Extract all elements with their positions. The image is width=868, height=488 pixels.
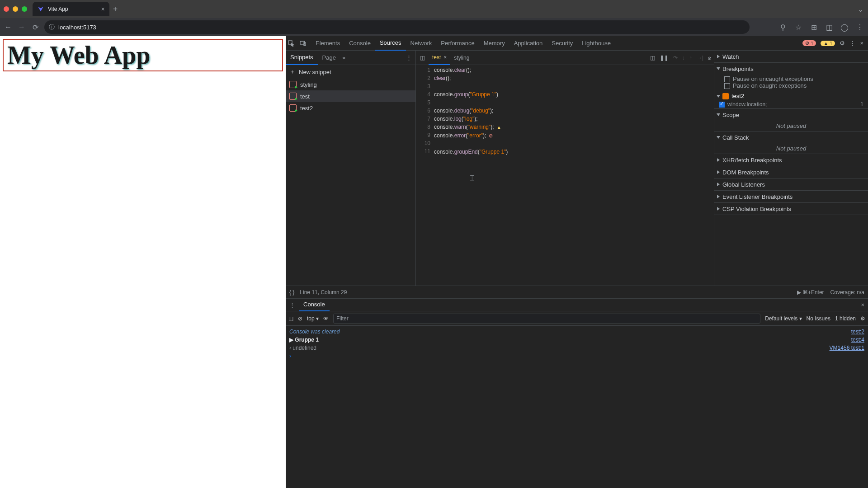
code-line[interactable]: console.group("Gruppe 1") [434, 90, 508, 99]
bookmark-icon[interactable]: ☆ [794, 23, 803, 32]
devtools-tab-console[interactable]: Console [344, 36, 375, 51]
code-line[interactable] [434, 99, 508, 107]
close-drawer-icon[interactable]: × [857, 301, 868, 308]
new-tab-button[interactable]: + [113, 5, 118, 14]
zoom-icon[interactable]: ⚲ [778, 23, 788, 32]
close-window-icon[interactable] [4, 6, 9, 12]
issues-label[interactable]: No Issues [807, 315, 830, 322]
pause-button[interactable]: ❚❚ [660, 55, 669, 61]
snippet-item[interactable]: test2 [286, 102, 415, 114]
error-count-badge[interactable]: ⊘ 1 [802, 40, 816, 46]
minimize-window-icon[interactable] [13, 6, 18, 12]
devtools-tab-security[interactable]: Security [547, 36, 577, 51]
new-snippet-button[interactable]: ＋ New snippet [286, 65, 415, 79]
code-line[interactable] [434, 140, 508, 148]
navigator-tab-page[interactable]: Page [318, 51, 340, 65]
csp-breakpoints-section[interactable]: CSP Violation Breakpoints [714, 203, 868, 215]
navigator-tab-snippets[interactable]: Snippets [286, 51, 318, 65]
step-out-icon[interactable]: ↑ [689, 55, 692, 61]
step-over-icon[interactable]: ↷ [673, 55, 678, 61]
editor-tab-styling[interactable]: styling [450, 51, 473, 65]
devtools-tab-elements[interactable]: Elements [311, 36, 344, 51]
editor-tab-test[interactable]: test × [429, 51, 450, 65]
devtools-tab-performance[interactable]: Performance [436, 36, 479, 51]
context-selector[interactable]: top ▾ [307, 315, 319, 322]
forward-button[interactable]: → [17, 23, 26, 32]
cursor-position: Line 11, Column 29 [300, 289, 347, 296]
live-expression-icon[interactable]: 👁 [323, 315, 329, 322]
source-link[interactable]: test:4 [851, 337, 864, 343]
drawer-tab-console[interactable]: Console [299, 299, 330, 311]
dom-breakpoints-section[interactable]: DOM Breakpoints [714, 166, 868, 178]
step-icon[interactable]: →| [697, 55, 703, 61]
devtools-tab-application[interactable]: Application [509, 36, 547, 51]
devtools-tab-memory[interactable]: Memory [479, 36, 509, 51]
warning-count-badge[interactable]: ▲ 1 [821, 41, 835, 46]
callstack-section[interactable]: Call Stack [714, 131, 868, 143]
watch-section[interactable]: Watch [714, 51, 868, 62]
log-levels-selector[interactable]: Default levels ▾ [765, 315, 802, 322]
code-area[interactable]: 1234567891011 console.clear();clear(); c… [416, 65, 714, 286]
back-button[interactable]: ← [4, 23, 13, 32]
devtools-tab-network[interactable]: Network [406, 36, 437, 51]
maximize-window-icon[interactable] [22, 6, 27, 12]
toggle-debug-pane-icon[interactable]: ◫ [650, 55, 655, 61]
source-link[interactable]: test:2 [851, 328, 864, 335]
side-panel-icon[interactable]: ◫ [825, 23, 834, 32]
pretty-print-icon[interactable]: { } [289, 289, 294, 296]
navigator-menu-icon[interactable]: ⋮ [402, 54, 415, 61]
tabbar-chevron-icon[interactable]: ⌄ [858, 5, 863, 14]
pause-caught-checkbox[interactable]: Pause on caught exceptions [724, 82, 868, 89]
breakpoint-file[interactable]: test2 [714, 92, 868, 100]
code-line[interactable]: console.log("log"); [434, 115, 508, 123]
code-line[interactable]: console.debug("debug"); [434, 107, 508, 115]
site-info-icon[interactable]: ⓘ [49, 23, 55, 31]
browser-menu-icon[interactable]: ⋮ [855, 23, 864, 32]
code-line[interactable]: console.warn("warning"); [434, 123, 508, 131]
event-listener-breakpoints-section[interactable]: Event Listener Breakpoints [714, 191, 868, 202]
drawer-menu-icon[interactable]: ⋮ [286, 301, 299, 308]
profile-icon[interactable]: ◯ [840, 23, 849, 32]
pause-uncaught-checkbox[interactable]: Pause on uncaught exceptions [724, 75, 868, 82]
console-filter-input[interactable]: Filter [333, 314, 760, 324]
devtools-tab-lighthouse[interactable]: Lighthouse [577, 36, 615, 51]
console-sidebar-icon[interactable]: ◫ [288, 315, 293, 322]
code-line[interactable]: console.clear(); [434, 66, 508, 74]
clear-console-icon[interactable]: ⊘ [298, 315, 302, 322]
settings-icon[interactable]: ⚙ [840, 40, 845, 47]
xhr-breakpoints-section[interactable]: XHR/fetch Breakpoints [714, 154, 868, 166]
close-devtools-icon[interactable]: × [860, 40, 863, 47]
breakpoint-entry[interactable]: window.location;1 [714, 100, 868, 108]
code-line[interactable]: clear(); [434, 74, 508, 82]
run-snippet-button[interactable]: ▶ ⌘+Enter [797, 289, 824, 296]
step-into-icon[interactable]: ↓ [682, 55, 685, 61]
console-row[interactable]: ▶ Gruppe 1test:4 [286, 336, 868, 344]
console-prompt[interactable]: › [286, 352, 868, 360]
device-toolbar-icon[interactable] [299, 40, 311, 47]
reload-button[interactable]: ⟳ [31, 23, 40, 32]
devtools-tab-sources[interactable]: Sources [375, 36, 406, 51]
code-line[interactable]: console.groupEnd("Gruppe 1") [434, 148, 508, 156]
code-line[interactable] [434, 82, 508, 90]
devtools-menu-icon[interactable]: ⋮ [849, 40, 855, 47]
close-editor-tab-icon[interactable]: × [443, 54, 447, 61]
navigator-more-icon[interactable]: » [342, 54, 345, 61]
toggle-navigator-icon[interactable]: ◫ [416, 55, 429, 61]
breakpoint-checkbox[interactable] [719, 102, 725, 108]
browser-tab[interactable]: Vite App × [33, 2, 109, 16]
inspect-icon[interactable] [288, 40, 299, 47]
close-tab-icon[interactable]: × [101, 5, 104, 13]
address-bar[interactable]: ⓘ localhost:5173 [44, 20, 750, 34]
deactivate-breakpoints-icon[interactable]: ⌀ [708, 55, 711, 61]
source-link[interactable]: VM1456 test:1 [830, 345, 864, 351]
console-settings-icon[interactable]: ⚙ [860, 315, 865, 322]
console-row[interactable]: ‹ undefinedVM1456 test:1 [286, 344, 868, 352]
console-row[interactable]: Console was clearedtest:2 [286, 328, 868, 336]
snippet-item[interactable]: styling [286, 79, 415, 90]
breakpoints-section[interactable]: Breakpoints [714, 63, 868, 75]
scope-section[interactable]: Scope [714, 109, 868, 121]
snippet-item[interactable]: test [286, 90, 415, 102]
extensions-icon[interactable]: ⊞ [809, 23, 818, 32]
code-line[interactable]: console.error("error"); [434, 131, 508, 140]
global-listeners-section[interactable]: Global Listeners [714, 178, 868, 190]
